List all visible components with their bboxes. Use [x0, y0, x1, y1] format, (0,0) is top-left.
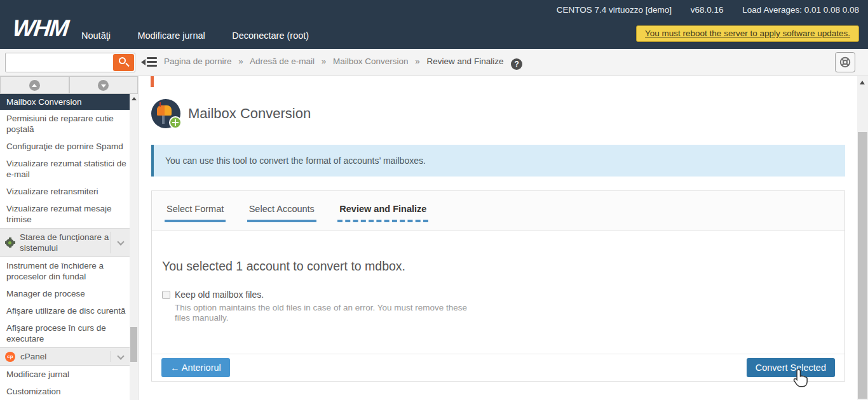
nav-change-log-link[interactable]: Modificare jurnal — [137, 30, 205, 41]
page-title-row: Mailbox Conversion — [151, 99, 311, 128]
top-header-bar: CENTOS 7.4 virtuozzo [demo] v68.0.16 Loa… — [0, 0, 868, 49]
sidebar-section-cpanel[interactable]: cp cPanel — [0, 347, 130, 366]
breadcrumb-bar: Pagina de pornire » Adresă de e-mail » M… — [0, 49, 868, 76]
keep-old-files-help: This option maintains the old files in c… — [175, 303, 481, 323]
tab-select-format[interactable]: Select Format — [165, 202, 226, 222]
scroll-down-button[interactable] — [69, 76, 139, 94]
page-title: Mailbox Conversion — [188, 105, 311, 122]
breadcrumb-home[interactable]: Pagina de pornire — [164, 57, 232, 66]
sidebar-item-background-process-killer[interactable]: Instrument de închidere a proceselor din… — [0, 257, 130, 285]
sidebar-item-view-relayers[interactable]: Vizualizare retransmiteri — [0, 183, 130, 200]
gear-icon — [5, 238, 15, 248]
sidebar-scrollbar[interactable] — [130, 94, 138, 400]
load-averages: Load Averages: 0.01 0.08 0.08 — [742, 5, 859, 15]
keep-old-files-label[interactable]: Keep old mailbox files. — [175, 290, 264, 300]
sidebar-section-system-health[interactable]: Starea de funcţionare a sistemului — [0, 228, 130, 257]
reboot-alert-button[interactable]: You must reboot the server to apply soft… — [636, 25, 859, 42]
sidebar-item-mailbox-conversion[interactable]: Mailbox Conversion — [0, 94, 130, 110]
wizard-card: Select Format Select Accounts Review and… — [151, 190, 845, 382]
server-info: CENTOS 7.4 virtuozzo [demo] v68.0.16 Loa… — [540, 5, 859, 15]
mailbox-conversion-icon — [151, 99, 180, 128]
sidebar-item-spamd-config[interactable]: Configuraţie de pornire Spamd — [0, 138, 130, 155]
scroll-up-button[interactable] — [0, 76, 69, 94]
info-banner: You can use this tool to convert the for… — [151, 145, 845, 177]
main-content: Mailbox Conversion You can use this tool… — [139, 76, 857, 400]
sidebar-item-mailbox-permissions[interactable]: Permisiuni de reparare cutie poştală — [0, 110, 130, 138]
support-button[interactable] — [835, 52, 855, 72]
tab-review-and-finalize[interactable]: Review and Finalize — [337, 202, 428, 222]
keep-old-files-checkbox[interactable] — [162, 291, 170, 299]
sidebar-scroll-buttons — [0, 76, 138, 94]
arrow-down-icon — [98, 80, 109, 91]
move-badge-icon — [169, 116, 182, 129]
content-top-marker — [151, 76, 154, 87]
nav-news-link[interactable]: Noutăţi — [81, 30, 111, 41]
breadcrumb-current: Review and Finalize — [427, 57, 504, 66]
breadcrumb-mailbox-conversion[interactable]: Mailbox Conversion — [333, 57, 409, 66]
top-nav: Noutăţi Modificare jurnal Deconectare (r… — [81, 30, 333, 41]
wizard-body: You selected 1 account to convert to mdb… — [152, 231, 844, 323]
server-name: CENTOS 7.4 virtuozzo [demo] — [557, 5, 672, 15]
arrow-up-icon — [29, 80, 40, 91]
sidebar-item-disk-usage[interactable]: Afişare utilizare de disc curentă — [0, 302, 130, 319]
keep-old-files-row: Keep old mailbox files. — [162, 290, 834, 300]
wizard-tabs: Select Format Select Accounts Review and… — [152, 191, 844, 231]
mouse-cursor — [792, 369, 809, 390]
sidebar-item-process-manager[interactable]: Manager de procese — [0, 285, 130, 302]
info-banner-text: You can use this tool to convert the for… — [154, 145, 845, 166]
wizard-footer: ← Anteriorul Convert Selected — [152, 354, 844, 381]
sidebar-item-change-log[interactable]: Modificare jurnal — [0, 366, 130, 383]
cpanel-icon: cp — [5, 352, 15, 362]
chevron-down-icon[interactable] — [111, 232, 130, 253]
breadcrumb: Pagina de pornire » Adresă de e-mail » M… — [164, 57, 522, 70]
whm-version: v68.0.16 — [691, 5, 724, 15]
search-input[interactable] — [8, 54, 113, 71]
tab-select-accounts[interactable]: Select Accounts — [247, 202, 316, 222]
scrollbar-up-arrow-icon[interactable] — [132, 97, 137, 100]
scrollbar-up-arrow-icon[interactable] — [860, 81, 865, 84]
convert-selected-button[interactable]: Convert Selected — [747, 358, 835, 377]
search-button[interactable] — [113, 54, 134, 71]
sidebar: Mailbox Conversion Permisiuni de reparar… — [0, 76, 139, 400]
collapse-sidebar-icon[interactable] — [141, 56, 159, 69]
sidebar-item-customization[interactable]: Customization — [0, 383, 130, 400]
sidebar-item-mail-statistics[interactable]: Vizualizare rezumat statistici de e-mail — [0, 155, 130, 183]
help-icon[interactable]: ? — [511, 58, 522, 70]
chevron-down-icon[interactable] — [111, 351, 130, 362]
sidebar-item-sent-summary[interactable]: Vizualizare rezumat mesaje trimise — [0, 200, 130, 228]
selection-summary: You selected 1 account to convert to mdb… — [162, 259, 834, 274]
page-scrollbar[interactable] — [857, 76, 868, 400]
page-scrollbar-thumb[interactable] — [858, 132, 867, 399]
sidebar-item-running-processes[interactable]: Afişare procese în curs de executare — [0, 319, 130, 347]
breadcrumb-email[interactable]: Adresă de e-mail — [250, 57, 315, 66]
life-ring-icon — [839, 56, 851, 69]
whm-logo[interactable]: WHM — [11, 15, 69, 42]
sidebar-scrollbar-thumb[interactable] — [130, 327, 137, 362]
previous-button[interactable]: ← Anteriorul — [161, 358, 230, 377]
sidebar-menu: Mailbox Conversion Permisiuni de reparar… — [0, 94, 130, 400]
nav-logout-link[interactable]: Deconectare (root) — [232, 30, 309, 41]
sidebar-search-box — [5, 53, 135, 72]
